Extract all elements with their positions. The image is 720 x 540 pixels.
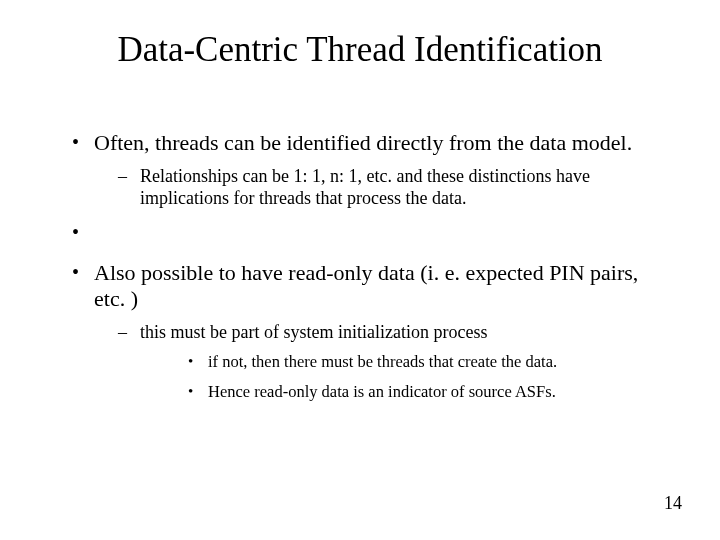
- bullet-text: Often, threads can be identified directl…: [94, 130, 632, 155]
- bullet-item: Also possible to have read-only data (i.…: [70, 260, 660, 402]
- bullet-list: Often, threads can be identified directl…: [70, 130, 660, 402]
- bullet-item: Hence read-only data is an indicator of …: [140, 382, 660, 402]
- bullet-text: Relationships can be 1: 1, n: 1, etc. an…: [140, 166, 590, 208]
- spacer: [70, 220, 660, 252]
- slide-title: Data-Centric Thread Identification: [0, 30, 720, 70]
- page-number: 14: [664, 493, 682, 514]
- bullet-text: Hence read-only data is an indicator of …: [208, 382, 556, 401]
- bullet-text: this must be part of system initializati…: [140, 322, 487, 342]
- bullet-item: Relationships can be 1: 1, n: 1, etc. an…: [94, 166, 660, 209]
- bullet-list: if not, then there must be threads that …: [140, 352, 660, 402]
- slide: Data-Centric Thread Identification Often…: [0, 0, 720, 540]
- slide-body: Often, threads can be identified directl…: [70, 130, 660, 412]
- bullet-text: Also possible to have read-only data (i.…: [94, 260, 638, 311]
- bullet-list: Relationships can be 1: 1, n: 1, etc. an…: [94, 166, 660, 209]
- bullet-text: if not, then there must be threads that …: [208, 352, 557, 371]
- bullet-item: Often, threads can be identified directl…: [70, 130, 660, 210]
- bullet-item: this must be part of system initializati…: [94, 322, 660, 401]
- bullet-list: this must be part of system initializati…: [94, 322, 660, 401]
- bullet-item: if not, then there must be threads that …: [140, 352, 660, 372]
